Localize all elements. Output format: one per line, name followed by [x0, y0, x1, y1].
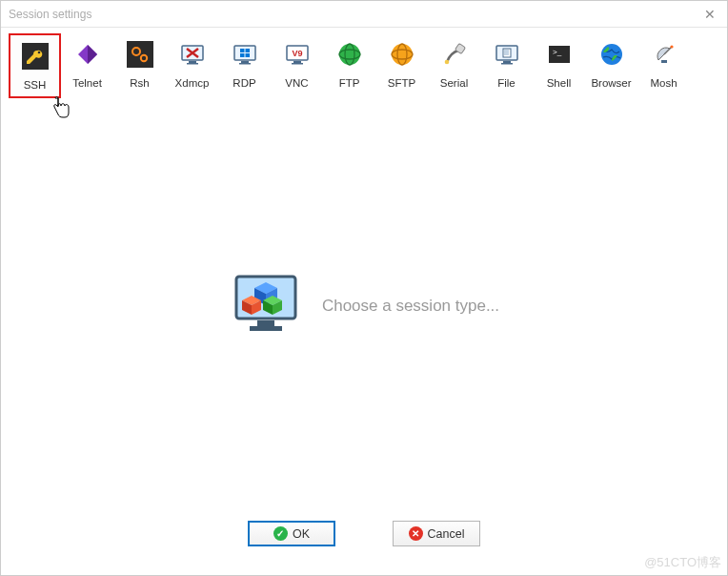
session-type-telnet[interactable]: Telnet: [61, 33, 113, 98]
svg-rect-12: [239, 63, 251, 65]
svg-rect-14: [245, 49, 250, 52]
globe-orange-icon: [389, 41, 415, 68]
svg-rect-15: [240, 53, 245, 57]
session-type-toolbar: SSH Telnet Rsh Xdmcp RDP: [1, 28, 727, 100]
svg-point-28: [444, 60, 449, 65]
diamond-icon: [74, 41, 101, 68]
svg-rect-18: [293, 61, 301, 63]
footer: ✓ OK ✕ Cancel: [1, 511, 727, 575]
svg-point-21: [339, 44, 360, 65]
session-type-label: Xdmcp: [175, 77, 210, 89]
session-type-label: Mosh: [650, 77, 677, 89]
session-type-label: Telnet: [72, 77, 102, 89]
svg-point-37: [670, 45, 673, 48]
svg-rect-10: [234, 46, 255, 60]
session-type-ftp[interactable]: FTP: [323, 33, 375, 98]
session-settings-window: Session settings ✕ SSH Telnet Rsh: [0, 0, 728, 576]
watermark: @51CTO博客: [644, 554, 721, 571]
session-type-label: SFTP: [388, 77, 415, 89]
cancel-label: Cancel: [428, 527, 465, 541]
session-type-file[interactable]: File: [480, 33, 533, 98]
file-monitor-icon: [494, 41, 520, 68]
session-type-rdp[interactable]: RDP: [218, 33, 271, 98]
session-type-ssh[interactable]: SSH: [9, 33, 61, 98]
svg-rect-8: [189, 61, 196, 63]
svg-rect-30: [503, 61, 511, 63]
vnc-monitor-icon: V9: [284, 41, 311, 68]
svg-text:V9: V9: [292, 49, 302, 58]
svg-point-35: [601, 44, 622, 65]
session-type-sftp[interactable]: SFTP: [375, 33, 428, 98]
close-icon[interactable]: ✕: [700, 5, 719, 24]
terminal-icon: >_: [546, 41, 573, 68]
content-area: Choose a session type...: [1, 100, 727, 511]
session-type-label: SSH: [24, 79, 47, 91]
globe-green-icon: [336, 41, 363, 68]
svg-rect-16: [245, 53, 250, 57]
session-type-shell[interactable]: >_ Shell: [533, 33, 585, 98]
svg-point-1: [37, 51, 40, 54]
cancel-button[interactable]: ✕ Cancel: [393, 521, 480, 546]
ok-button[interactable]: ✓ OK: [248, 521, 335, 546]
svg-rect-31: [501, 63, 513, 65]
session-type-serial[interactable]: Serial: [428, 33, 480, 98]
x-monitor-icon: [179, 41, 206, 68]
window-title: Session settings: [9, 8, 700, 21]
ok-label: OK: [293, 527, 310, 541]
key-icon: [22, 43, 49, 70]
check-icon: ✓: [273, 526, 288, 541]
satellite-dish-icon: [651, 41, 677, 68]
session-type-label: File: [497, 77, 516, 89]
session-type-label: FTP: [339, 77, 360, 89]
svg-rect-40: [257, 320, 274, 326]
monitor-cubes-icon: [229, 269, 303, 343]
svg-rect-38: [661, 60, 667, 63]
session-type-label: VNC: [285, 77, 308, 89]
svg-rect-13: [240, 49, 245, 52]
svg-text:>_: >_: [553, 48, 562, 56]
svg-point-24: [392, 44, 413, 65]
session-type-label: RDP: [233, 77, 255, 89]
session-type-xdmcp[interactable]: Xdmcp: [166, 33, 218, 98]
session-type-label: Serial: [440, 77, 468, 89]
windows-monitor-icon: [232, 41, 258, 68]
session-type-label: Shell: [547, 77, 572, 89]
gears-icon: [127, 41, 153, 68]
placeholder-text: Choose a session type...: [322, 297, 499, 316]
session-type-mosh[interactable]: Mosh: [637, 33, 690, 98]
session-type-vnc[interactable]: V9 VNC: [271, 33, 323, 98]
globe-blue-icon: [598, 41, 625, 68]
svg-rect-9: [187, 63, 198, 65]
serial-cable-icon: [441, 41, 468, 68]
session-type-rsh[interactable]: Rsh: [113, 33, 166, 98]
svg-rect-32: [503, 49, 511, 57]
session-type-label: Rsh: [130, 77, 149, 89]
svg-rect-11: [241, 61, 249, 63]
session-type-label: Browser: [591, 77, 631, 89]
svg-marker-3: [88, 45, 97, 64]
svg-rect-19: [292, 63, 303, 65]
titlebar: Session settings ✕: [1, 1, 727, 28]
cross-icon: ✕: [409, 526, 423, 541]
svg-rect-41: [250, 326, 282, 331]
session-type-browser[interactable]: Browser: [585, 33, 637, 98]
